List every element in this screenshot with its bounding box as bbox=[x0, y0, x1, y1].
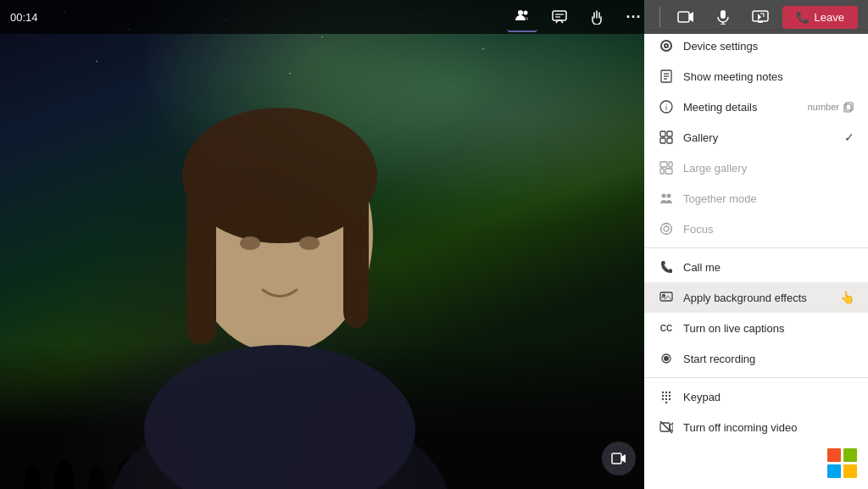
live-captions-icon: CC bbox=[658, 320, 675, 336]
svg-point-10 bbox=[523, 11, 527, 15]
meeting-notes-label: Show meeting notes bbox=[683, 70, 854, 83]
windows-blue bbox=[827, 464, 841, 478]
svg-rect-27 bbox=[660, 131, 665, 136]
apply-background-label: Apply background effects bbox=[683, 292, 837, 304]
svg-point-8 bbox=[299, 236, 320, 250]
cursor-indicator: 👆 bbox=[840, 291, 854, 304]
mic-icon bbox=[716, 9, 730, 25]
svg-point-53 bbox=[662, 398, 664, 400]
svg-point-37 bbox=[664, 226, 669, 231]
svg-point-50 bbox=[662, 395, 664, 397]
start-recording-label: Start recording bbox=[683, 353, 854, 365]
separator bbox=[659, 7, 660, 27]
keypad-label: Keypad bbox=[683, 391, 854, 403]
leave-label: Leave bbox=[815, 11, 844, 24]
large-gallery-label: Large gallery bbox=[683, 162, 854, 175]
svg-point-6 bbox=[144, 345, 415, 489]
start-recording-icon bbox=[658, 350, 675, 367]
focus-label: Focus bbox=[683, 223, 854, 236]
together-mode-icon bbox=[658, 190, 675, 207]
menu-item-call-me[interactable]: Call me bbox=[644, 252, 868, 282]
together-mode-label: Together mode bbox=[683, 192, 854, 205]
windows-green bbox=[843, 448, 857, 462]
raise-hand-icon bbox=[589, 9, 604, 25]
share-icon bbox=[752, 10, 769, 24]
focus-icon bbox=[658, 220, 675, 237]
video-toggle-icon bbox=[611, 451, 626, 466]
menu-item-large-gallery: Large gallery bbox=[644, 153, 868, 183]
svg-point-47 bbox=[662, 392, 664, 393]
meeting-number-label: number bbox=[808, 102, 839, 112]
svg-rect-32 bbox=[660, 169, 664, 174]
menu-item-start-recording[interactable]: Start recording bbox=[644, 343, 868, 374]
camera-button[interactable] bbox=[670, 2, 701, 32]
more-dots: ··· bbox=[626, 8, 642, 26]
camera-icon bbox=[677, 10, 694, 24]
leave-button[interactable]: 📞 Leave bbox=[782, 6, 858, 29]
divider-2 bbox=[644, 377, 868, 378]
call-me-label: Call me bbox=[683, 261, 854, 274]
svg-point-54 bbox=[665, 398, 667, 400]
large-gallery-icon bbox=[658, 159, 675, 176]
participants-button[interactable] bbox=[507, 2, 537, 32]
gallery-check: ✓ bbox=[844, 131, 854, 144]
top-controls: ··· 📞 Leav bbox=[507, 2, 858, 32]
menu-item-meeting-details[interactable]: i Meeting details number bbox=[644, 92, 868, 122]
more-options-button[interactable]: ··· bbox=[619, 2, 649, 32]
person-silhouette bbox=[68, 48, 492, 489]
svg-point-46 bbox=[664, 356, 669, 361]
top-bar: 00:14 ··· bbox=[0, 0, 868, 34]
share-button[interactable] bbox=[745, 2, 776, 32]
menu-item-keypad[interactable]: Keypad bbox=[644, 381, 868, 412]
svg-point-38 bbox=[661, 224, 672, 235]
call-timer: 00:14 bbox=[10, 11, 38, 24]
svg-text:i: i bbox=[665, 103, 667, 112]
svg-rect-29 bbox=[660, 138, 665, 143]
menu-item-live-captions[interactable]: CC Turn on live captions bbox=[644, 313, 868, 343]
svg-point-51 bbox=[665, 395, 667, 397]
svg-point-35 bbox=[662, 194, 666, 198]
mic-button[interactable] bbox=[708, 2, 738, 32]
svg-rect-34 bbox=[669, 162, 672, 167]
video-background bbox=[0, 0, 644, 489]
meeting-details-label: Meeting details bbox=[683, 101, 808, 114]
menu-item-device-settings[interactable]: Device settings bbox=[644, 31, 868, 61]
svg-rect-4 bbox=[343, 175, 369, 328]
divider-1 bbox=[644, 247, 868, 248]
svg-point-36 bbox=[667, 194, 671, 198]
gallery-label: Gallery bbox=[683, 131, 844, 144]
copy-icon bbox=[843, 101, 854, 113]
menu-item-apply-background[interactable]: Apply background effects 👆 bbox=[644, 282, 868, 313]
menu-item-turn-off-incoming[interactable]: Turn off incoming video bbox=[644, 412, 868, 442]
raise-hand-button[interactable] bbox=[581, 2, 612, 32]
menu-item-meeting-notes[interactable]: Show meeting notes bbox=[644, 61, 868, 92]
windows-logo bbox=[827, 448, 858, 479]
svg-point-56 bbox=[665, 402, 667, 403]
meeting-details-extra: number bbox=[808, 101, 854, 113]
apply-background-icon bbox=[658, 289, 675, 306]
call-me-icon bbox=[658, 258, 675, 275]
svg-rect-25 bbox=[844, 104, 851, 112]
svg-rect-26 bbox=[846, 103, 853, 110]
svg-rect-14 bbox=[678, 12, 689, 22]
toggle-video-button[interactable] bbox=[602, 442, 636, 475]
svg-point-52 bbox=[669, 395, 670, 397]
menu-item-gallery[interactable]: Gallery ✓ bbox=[644, 122, 868, 153]
svg-rect-28 bbox=[667, 131, 672, 136]
chat-icon bbox=[552, 9, 567, 25]
leave-phone-icon: 📞 bbox=[796, 11, 810, 24]
svg-rect-15 bbox=[721, 10, 726, 19]
svg-rect-3 bbox=[186, 175, 216, 345]
device-settings-icon bbox=[658, 37, 675, 54]
keypad-icon bbox=[658, 388, 675, 405]
meeting-notes-icon bbox=[658, 68, 675, 85]
svg-point-7 bbox=[240, 236, 260, 250]
turn-off-incoming-icon bbox=[658, 419, 675, 436]
meeting-details-icon: i bbox=[658, 98, 675, 115]
device-settings-label: Device settings bbox=[683, 40, 854, 53]
menu-item-together-mode: Together mode bbox=[644, 183, 868, 214]
chat-button[interactable] bbox=[544, 2, 575, 32]
svg-rect-57 bbox=[660, 423, 670, 431]
participants-icon bbox=[515, 8, 530, 24]
svg-point-9 bbox=[518, 10, 523, 15]
